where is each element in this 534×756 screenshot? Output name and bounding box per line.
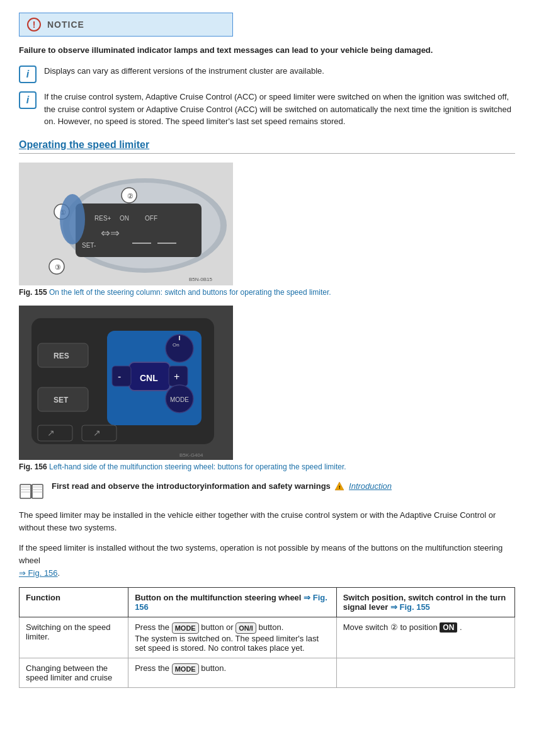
svg-point-17 (60, 194, 85, 244)
figure-156-caption: Fig. 156 Left-hand side of the multifunc… (19, 462, 515, 471)
svg-rect-26 (112, 366, 131, 386)
svg-text:↗: ↗ (93, 428, 101, 438)
info-text-2: If the cruise control system, Adaptive C… (44, 91, 515, 128)
th-button: Button on the multifunction steering whe… (128, 588, 337, 617)
figure-155-svg: RES+ ON OFF SET- ⇔⇒ ① ② ③ B5N-0B15 (19, 163, 233, 285)
svg-text:B5N-0B15: B5N-0B15 (189, 277, 212, 282)
th-switch: Switch position, switch control in the t… (336, 588, 514, 617)
svg-text:⇔⇒: ⇔⇒ (101, 227, 120, 239)
table-row: Changing between the speed limiter and c… (20, 658, 515, 688)
fig155-description: On the left of the steering column: swit… (49, 288, 331, 297)
figure-156-container: RES CNL - + On SET MODE ↗ ↗ (19, 306, 515, 471)
svg-text:③: ③ (55, 263, 61, 271)
mode-button-icon-2: MODE (172, 663, 199, 675)
body-paragraph-2: If the speed limiter is installed withou… (19, 542, 515, 580)
info-icon-1: i (19, 66, 37, 83)
td-button-2: Press the MODE button. (128, 658, 337, 688)
system-text-1: The system is switched on. The speed lim… (135, 634, 319, 653)
table-row: Switching on the speed limiter. Press th… (20, 617, 515, 658)
press-text-2: Press the (135, 664, 169, 673)
td-switch-2 (336, 658, 514, 688)
svg-rect-43 (32, 484, 43, 498)
button-col-content-2: Press the MODE button. (135, 663, 330, 675)
oni-button-icon: ON/I (236, 622, 256, 634)
fig155-label: Fig. 155 (19, 288, 47, 297)
book-icon (19, 481, 44, 501)
info-box-1: i Displays can vary as different version… (19, 65, 515, 83)
fig156-description: Left-hand side of the multifunction stee… (49, 462, 346, 471)
on-position: ON (440, 622, 457, 633)
svg-rect-3 (76, 203, 202, 257)
td-function-2: Changing between the speed limiter and c… (20, 658, 128, 688)
svg-text:!: ! (339, 484, 341, 490)
th-switch-figref: ⇒ Fig. 155 (390, 602, 430, 612)
svg-text:SET-: SET- (82, 242, 96, 249)
notice-exclamation-icon: ! (27, 18, 41, 32)
figure-156-image: RES CNL - + On SET MODE ↗ ↗ (19, 306, 233, 460)
td-function-1: Switching on the speed limiter. (20, 617, 128, 658)
td-switch-1: Move switch ② to position ON . (336, 617, 514, 658)
fig156-link[interactable]: ⇒ Fig. 156 (19, 568, 58, 578)
safety-bold-text: First read and observe the introductoryi… (52, 481, 331, 491)
button-or-text: button or (201, 623, 233, 633)
button-text-2: button. (201, 664, 226, 673)
button-text-1: button. (259, 623, 284, 633)
svg-text:MODE: MODE (170, 396, 189, 403)
body-paragraph-1: The speed limiter may be installed in th… (19, 509, 515, 534)
info-box-2: i If the cruise control system, Adaptive… (19, 91, 515, 128)
function-table: Function Button on the multifunction ste… (19, 587, 515, 688)
mode-button-icon-1: MODE (172, 622, 199, 634)
svg-rect-42 (20, 484, 31, 498)
info-icon-2: i (19, 91, 37, 109)
notice-box: ! NOTICE (19, 13, 233, 37)
warning-triangle-icon: ! (334, 481, 344, 491)
svg-text:②: ② (127, 192, 134, 200)
figure-155-image: RES+ ON OFF SET- ⇔⇒ ① ② ③ B5N-0B15 (19, 163, 233, 285)
introduction-link[interactable]: Introduction (349, 481, 392, 491)
svg-text:B5K-G404: B5K-G404 (179, 452, 203, 458)
section-heading: Operating the speed limiter (19, 139, 515, 154)
svg-text:SET: SET (54, 396, 69, 404)
button-col-content-1: Press the MODE button or ON/I button. Th… (135, 622, 330, 653)
safety-note-row: First read and observe the introductoryi… (19, 480, 515, 501)
safety-text: First read and observe the introductoryi… (52, 480, 392, 493)
info-text-1: Displays can vary as different versions … (44, 65, 515, 77)
figure-156-svg: RES CNL - + On SET MODE ↗ ↗ (19, 306, 233, 460)
svg-text:↗: ↗ (47, 428, 55, 438)
svg-text:RES+: RES+ (94, 215, 111, 222)
svg-text:On: On (173, 342, 179, 348)
svg-text:ON: ON (120, 215, 129, 222)
figure-155-caption: Fig. 155 On the left of the steering col… (19, 288, 515, 297)
svg-rect-37 (38, 425, 72, 441)
svg-text:RES: RES (54, 352, 69, 360)
svg-text:-: - (118, 371, 121, 382)
table-header-row: Function Button on the multifunction ste… (20, 588, 515, 617)
fig156-label: Fig. 156 (19, 462, 47, 471)
warning-text: Failure to observe illuminated indicator… (19, 45, 515, 55)
svg-text:CNL: CNL (140, 373, 158, 383)
press-text-1: Press the (135, 623, 169, 633)
notice-title: NOTICE (47, 20, 84, 30)
svg-text:+: + (174, 371, 179, 382)
svg-text:OFF: OFF (145, 215, 157, 222)
switch-text-1: Move switch ② to position (343, 622, 438, 632)
body-para2-text: If the speed limiter is installed withou… (19, 543, 503, 565)
figure-155-container: RES+ ON OFF SET- ⇔⇒ ① ② ③ B5N-0B15 Fig. … (19, 163, 515, 297)
th-function: Function (20, 588, 128, 617)
td-button-1: Press the MODE button or ON/I button. Th… (128, 617, 337, 658)
